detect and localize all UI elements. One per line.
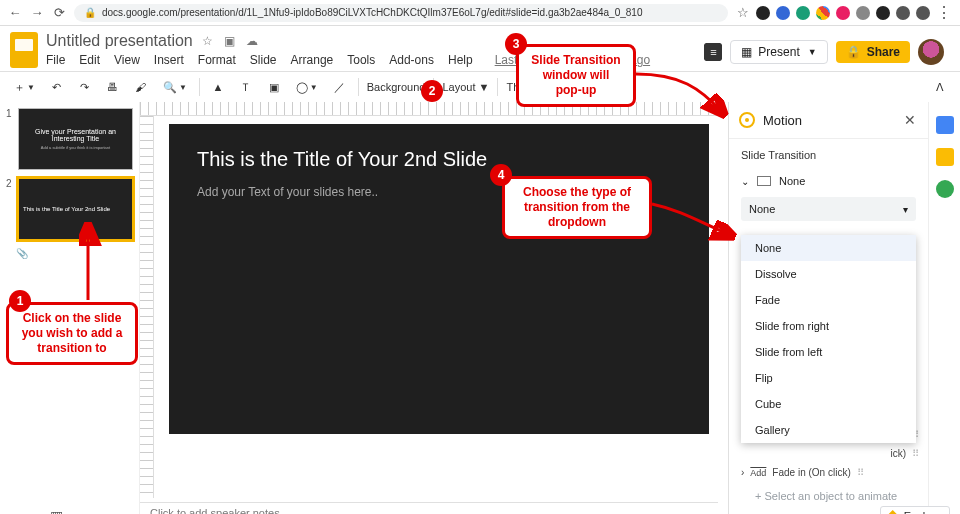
opt-slide-left[interactable]: Slide from left: [741, 339, 916, 365]
menu-help[interactable]: Help: [448, 53, 473, 67]
attach-icon: 📎: [16, 248, 133, 259]
layout-button[interactable]: Layout ▼: [442, 81, 489, 93]
account-avatar[interactable]: [918, 39, 944, 65]
url-bar[interactable]: 🔒 docs.google.com/presentation/d/1L_1Nfu…: [74, 4, 728, 22]
slide-thumb-2[interactable]: 2 This is the Title of Your 2nd Slide: [6, 178, 133, 240]
doc-title[interactable]: Untitled presentation: [46, 32, 193, 50]
view-switch: ▪▪ ▦: [18, 508, 63, 514]
ext-3[interactable]: [796, 6, 810, 20]
opt-none[interactable]: None: [741, 235, 916, 261]
menu-format[interactable]: Format: [198, 53, 236, 67]
line-tool[interactable]: ／: [330, 77, 350, 97]
motion-title: Motion: [763, 113, 894, 128]
menu-slide[interactable]: Slide: [250, 53, 277, 67]
reload-icon[interactable]: ⟳: [52, 6, 66, 20]
cloud-icon[interactable]: ☁: [245, 34, 259, 48]
expand-rail-icon[interactable]: ›: [948, 510, 952, 514]
drag-handle-icon[interactable]: ⠿: [857, 467, 861, 478]
filmstrip-view-icon[interactable]: ▪▪: [18, 508, 28, 514]
present-button[interactable]: ▦Present▼: [730, 40, 827, 64]
paint-format-button[interactable]: 🖌: [131, 77, 151, 97]
ext-2[interactable]: [776, 6, 790, 20]
ext-7[interactable]: [876, 6, 890, 20]
url-text: docs.google.com/presentation/d/1L_1Nfu9-…: [102, 7, 642, 18]
menu-edit[interactable]: Edit: [79, 53, 100, 67]
annotation-badge-1: 1: [9, 290, 31, 312]
menu-addons[interactable]: Add-ons: [389, 53, 434, 67]
canvas-area: This is the Title of Your 2nd Slide Add …: [140, 102, 728, 514]
grid-view-icon[interactable]: ▦: [50, 508, 63, 514]
menu-view[interactable]: View: [114, 53, 140, 67]
motion-close-button[interactable]: ✕: [902, 110, 918, 130]
annotation-badge-4: 4: [490, 164, 512, 186]
annotation-badge-3: 3: [505, 33, 527, 55]
ext-1[interactable]: [756, 6, 770, 20]
browser-menu-icon[interactable]: ⋮: [936, 3, 952, 22]
anim-row-2[interactable]: ick) ⠿: [741, 444, 916, 463]
opt-cube[interactable]: Cube: [741, 391, 916, 417]
select-tool[interactable]: ▲: [208, 77, 228, 97]
star-icon[interactable]: ☆: [736, 6, 750, 20]
new-slide-button[interactable]: ＋▼: [10, 77, 39, 97]
comments-icon[interactable]: ≡: [704, 43, 722, 61]
menu-file[interactable]: File: [46, 53, 65, 67]
forward-icon[interactable]: →: [30, 6, 44, 20]
share-button[interactable]: 🔒Share: [836, 41, 910, 63]
ext-8[interactable]: [896, 6, 910, 20]
opt-gallery[interactable]: Gallery: [741, 417, 916, 443]
chevron-right-icon: ›: [741, 467, 744, 478]
workspace: 1 Give your Presentation an Interesting …: [0, 102, 960, 514]
slide-thumb-1[interactable]: 1 Give your Presentation an Interesting …: [6, 108, 133, 170]
star-doc-icon[interactable]: ☆: [201, 34, 215, 48]
menu-arrange[interactable]: Arrange: [291, 53, 334, 67]
slide-canvas[interactable]: This is the Title of Your 2nd Slide Add …: [169, 124, 709, 434]
annotation-text-1: Click on the slide you wish to add a tra…: [6, 302, 138, 365]
zoom-button[interactable]: 🔍▼: [159, 77, 191, 97]
slides-logo-icon[interactable]: [10, 32, 38, 68]
opt-dissolve[interactable]: Dissolve: [741, 261, 916, 287]
print-button[interactable]: 🖶: [103, 77, 123, 97]
lock-icon: 🔒: [84, 7, 96, 18]
transition-select[interactable]: None ▾: [741, 197, 916, 221]
opt-flip[interactable]: Flip: [741, 365, 916, 391]
image-tool[interactable]: ▣: [264, 77, 284, 97]
app-header: Untitled presentation ☆ ▣ ☁ File Edit Vi…: [0, 26, 960, 71]
drag-handle-icon[interactable]: ⠿: [912, 448, 916, 459]
horizontal-ruler: [140, 102, 728, 116]
extension-icons: ☆ ⋮: [736, 3, 952, 22]
opt-fade[interactable]: Fade: [741, 287, 916, 313]
textbox-tool[interactable]: Ｔ: [236, 77, 256, 97]
motion-icon: [739, 112, 755, 128]
vertical-ruler: [140, 116, 154, 498]
menu-tools[interactable]: Tools: [347, 53, 375, 67]
toolbar: ＋▼ ↶ ↷ 🖶 🖌 🔍▼ ▲ Ｔ ▣ ◯▼ ／ Background Layo…: [0, 72, 960, 102]
ext-4[interactable]: [816, 6, 830, 20]
background-button[interactable]: Background: [367, 81, 426, 93]
ext-6[interactable]: [856, 6, 870, 20]
transition-current-row[interactable]: ⌄ None: [741, 169, 916, 193]
back-icon[interactable]: ←: [8, 6, 22, 20]
toolbar-collapse-icon[interactable]: ᐱ: [930, 77, 950, 97]
keep-icon[interactable]: [936, 148, 954, 166]
browser-bar: ← → ⟳ 🔒 docs.google.com/presentation/d/1…: [0, 0, 960, 26]
slide-title[interactable]: This is the Title of Your 2nd Slide: [197, 148, 681, 171]
undo-button[interactable]: ↶: [47, 77, 67, 97]
move-icon[interactable]: ▣: [223, 34, 237, 48]
annotation-text-4: Choose the type of transition from the d…: [502, 176, 652, 239]
chevron-down-icon: ⌄: [741, 176, 749, 187]
no-transition-icon: [757, 176, 771, 186]
calendar-icon[interactable]: [936, 116, 954, 134]
transition-dropdown: None Dissolve Fade Slide from right Slid…: [741, 235, 916, 443]
opt-slide-right[interactable]: Slide from right: [741, 313, 916, 339]
shape-tool[interactable]: ◯▼: [292, 77, 322, 97]
slide-transition-heading: Slide Transition: [741, 149, 916, 161]
tasks-icon[interactable]: [936, 180, 954, 198]
speaker-notes[interactable]: Click to add speaker notes: [140, 502, 718, 514]
anim-row-add[interactable]: › Add Fade in (On click) ⠿: [741, 463, 916, 482]
ext-profile[interactable]: [916, 6, 930, 20]
caret-icon: ▾: [903, 204, 908, 215]
side-rail: [928, 102, 960, 514]
redo-button[interactable]: ↷: [75, 77, 95, 97]
ext-5[interactable]: [836, 6, 850, 20]
menu-insert[interactable]: Insert: [154, 53, 184, 67]
